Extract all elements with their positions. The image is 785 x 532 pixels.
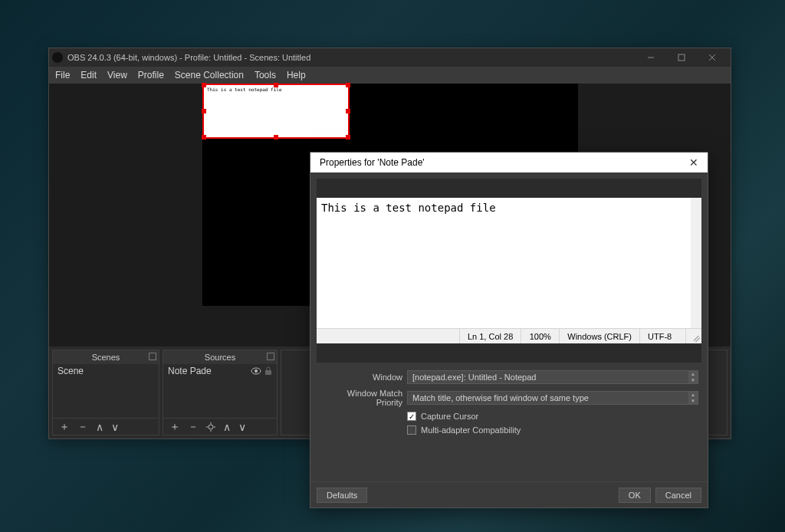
resize-handle-tl[interactable] (202, 83, 206, 87)
multi-adapter-checkbox[interactable] (407, 425, 416, 435)
maximize-button[interactable] (666, 49, 697, 66)
menu-edit[interactable]: Edit (80, 70, 97, 80)
resize-handle-ml[interactable] (202, 109, 206, 113)
properties-dialog: Properties for 'Note Pade' ✕ This is a t… (310, 152, 708, 508)
svg-rect-1 (678, 54, 685, 61)
status-encoding: UTF-8 (639, 329, 685, 343)
notepad-preview: This is a test notepad file Ln 1, Col 28… (317, 198, 701, 343)
properties-footer: Defaults OK Cancel (310, 481, 708, 507)
ok-button[interactable]: OK (619, 488, 651, 503)
menubar: File Edit View Profile Scene Collection … (49, 67, 731, 84)
resize-handle-bm[interactable] (274, 135, 278, 140)
notepad-statusbar: Ln 1, Col 28 100% Windows (CRLF) UTF-8 (317, 328, 701, 343)
svg-point-5 (255, 369, 258, 373)
properties-form: Window [notepad.exe]: Untitled - Notepad… (317, 370, 701, 435)
scenes-panel-title: Scenes (53, 350, 159, 364)
match-priority-label: Window Match Priority (320, 389, 402, 407)
resize-handle-mr[interactable] (346, 109, 350, 113)
scenes-title-text: Scenes (92, 353, 120, 362)
add-scene-button[interactable]: ＋ (59, 420, 70, 434)
status-zoom: 100% (521, 329, 559, 343)
visibility-icon[interactable] (251, 367, 261, 375)
status-spacer (317, 329, 459, 343)
scenes-toolbar: ＋ － ∧ ∨ (53, 418, 159, 435)
spinner-icon[interactable]: ▲▼ (688, 392, 698, 404)
resize-handle-tm[interactable] (274, 83, 278, 87)
menu-scene-collection[interactable]: Scene Collection (175, 70, 244, 80)
properties-body: This is a test notepad file Ln 1, Col 28… (310, 172, 708, 481)
resize-handle-bl[interactable] (202, 135, 206, 140)
sources-title-text: Sources (205, 353, 235, 362)
menu-tools[interactable]: Tools (255, 70, 276, 80)
match-priority-value: Match title, otherwise find window of sa… (412, 393, 589, 402)
resize-handle-tr[interactable] (346, 83, 350, 87)
notepad-text: This is a test notepad file (321, 202, 496, 214)
source-down-button[interactable]: ∨ (238, 421, 246, 433)
remove-source-button[interactable]: － (188, 420, 199, 434)
scene-up-button[interactable]: ∧ (96, 421, 103, 433)
selected-source-bounds[interactable]: This is a test notepad file (202, 84, 350, 139)
window-label: Window (320, 373, 402, 382)
scene-down-button[interactable]: ∨ (111, 421, 119, 433)
menu-profile[interactable]: Profile (138, 70, 164, 80)
minimize-button[interactable] (636, 49, 666, 66)
capture-cursor-checkbox[interactable]: ✓ (407, 412, 416, 421)
source-item[interactable]: Note Pade (163, 364, 277, 378)
spinner-icon[interactable]: ▲▼ (688, 371, 698, 383)
match-priority-select[interactable]: Match title, otherwise find window of sa… (407, 391, 698, 405)
scene-item[interactable]: Scene (53, 364, 159, 378)
titlebar: OBS 24.0.3 (64-bit, windows) - Profile: … (49, 48, 731, 67)
window-title: OBS 24.0.3 (64-bit, windows) - Profile: … (67, 53, 310, 62)
sources-toolbar: ＋ － ∧ ∨ (163, 418, 277, 435)
scene-item-label: Scene (57, 366, 84, 376)
status-lncol: Ln 1, Col 28 (459, 329, 521, 343)
menu-view[interactable]: View (107, 70, 127, 80)
properties-title: Properties for 'Note Pade' (320, 157, 425, 168)
status-eol: Windows (CRLF) (559, 329, 639, 343)
window-select[interactable]: [notepad.exe]: Untitled - Notepad ▲▼ (407, 370, 698, 384)
popout-icon[interactable] (149, 353, 156, 360)
properties-preview: This is a test notepad file Ln 1, Col 28… (317, 179, 701, 363)
menu-help[interactable]: Help (287, 70, 306, 80)
capture-cursor-label: Capture Cursor (421, 412, 478, 421)
selected-source-content: This is a test notepad file (204, 85, 348, 137)
obs-icon (52, 52, 63, 63)
properties-titlebar: Properties for 'Note Pade' ✕ (310, 153, 708, 172)
close-icon[interactable]: ✕ (685, 156, 703, 169)
source-item-label: Note Pade (168, 366, 212, 376)
cancel-button[interactable]: Cancel (655, 488, 701, 503)
scenes-list[interactable]: Scene (53, 364, 159, 418)
svg-point-7 (209, 425, 213, 429)
scrollbar[interactable] (691, 198, 701, 328)
window-select-value: [notepad.exe]: Untitled - Notepad (412, 373, 536, 382)
multi-adapter-label: Multi-adapter Compatibility (421, 425, 521, 435)
lock-icon[interactable] (264, 366, 272, 376)
add-source-button[interactable]: ＋ (169, 420, 180, 434)
resize-grip-icon[interactable] (685, 329, 701, 343)
sources-list[interactable]: Note Pade (163, 364, 277, 418)
menu-file[interactable]: File (55, 70, 70, 80)
source-properties-button[interactable] (206, 422, 215, 432)
resize-handle-br[interactable] (346, 135, 350, 140)
sources-panel: Sources Note Pade ＋ － (163, 350, 278, 435)
remove-scene-button[interactable]: － (77, 420, 88, 434)
scenes-panel: Scenes Scene ＋ － ∧ ∨ (52, 350, 159, 435)
sources-panel-title: Sources (163, 350, 277, 364)
svg-rect-6 (265, 370, 271, 375)
close-button[interactable] (697, 49, 728, 66)
popout-icon[interactable] (267, 353, 274, 360)
source-up-button[interactable]: ∧ (223, 421, 231, 433)
selected-source-text: This is a test notepad file (207, 87, 282, 92)
defaults-button[interactable]: Defaults (317, 488, 367, 503)
